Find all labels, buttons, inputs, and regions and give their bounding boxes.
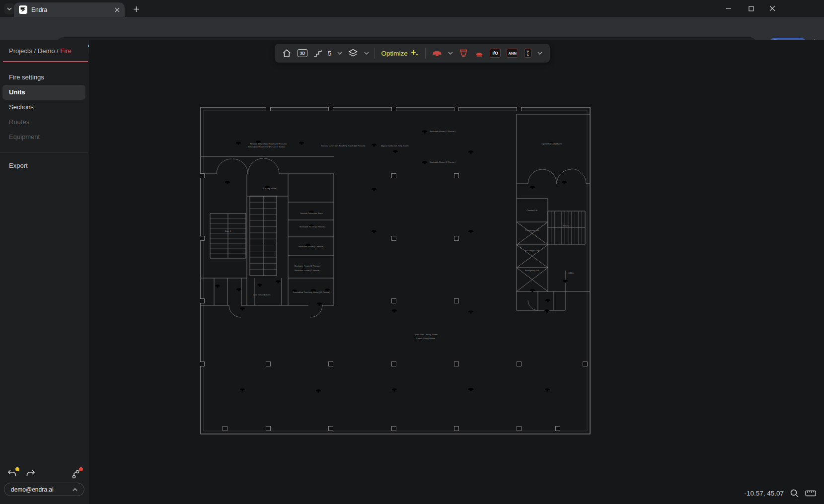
structural-column	[329, 427, 333, 431]
view-3d-button[interactable]: 3D	[298, 49, 308, 57]
detector-chevron-down-icon[interactable]	[448, 52, 453, 55]
room-label: Bookable Room (2 Person)	[300, 225, 325, 228]
structural-column	[200, 236, 205, 241]
smoke-detector-marker[interactable]	[317, 302, 322, 305]
undo-badge	[15, 467, 19, 471]
room-label: Lobby	[568, 272, 574, 274]
chevron-up-icon	[73, 488, 77, 491]
close-icon	[769, 5, 775, 11]
tab-close-icon[interactable]	[115, 7, 120, 12]
room-label: Low Ground Store	[253, 293, 271, 296]
structural-column	[392, 107, 396, 111]
smoke-detector-marker[interactable]	[468, 310, 473, 313]
structural-column	[266, 427, 271, 431]
smoke-detector-marker[interactable]	[257, 284, 262, 287]
layers-button[interactable]	[348, 49, 358, 58]
browser-tab-endra[interactable]: Endra	[14, 2, 125, 17]
smoke-detector-marker[interactable]	[236, 142, 241, 144]
room-label: Open Help (IT) Room	[541, 143, 562, 145]
smoke-detector-marker[interactable]	[563, 280, 568, 283]
smoke-detector-marker[interactable]	[316, 389, 321, 392]
smoke-detector-marker[interactable]	[392, 309, 397, 312]
breadcrumb[interactable]: Projects / Demo / Fire	[0, 40, 88, 55]
smoke-detector-marker[interactable]	[392, 388, 397, 391]
call-point-tool[interactable]	[474, 50, 484, 57]
smoke-detector-marker[interactable]	[372, 144, 376, 146]
smoke-detector-marker[interactable]	[225, 181, 230, 184]
cursor-coordinates: -10.57, 45.07	[744, 490, 784, 497]
structural-column	[454, 174, 459, 178]
smoke-detector-marker[interactable]	[393, 150, 398, 153]
smoke-detector-marker[interactable]	[545, 299, 550, 302]
sidebar-divider	[0, 152, 88, 153]
panel-control-tool[interactable]: P C	[524, 49, 531, 58]
smoke-detector-marker[interactable]	[530, 289, 535, 292]
room-label: Stair 2	[563, 224, 570, 227]
redo-button[interactable]	[26, 469, 36, 478]
room-label: Bookable Room (2 Person)	[430, 161, 455, 163]
measure-ruler-icon[interactable]	[805, 490, 816, 497]
level-value[interactable]: 5	[328, 50, 331, 57]
minimize-icon	[726, 5, 732, 11]
smoke-detector-marker[interactable]	[236, 288, 241, 291]
smoke-detector-marker[interactable]	[422, 161, 427, 164]
smoke-detector-marker[interactable]	[544, 309, 549, 312]
room-label: Bookable Room (2 Person)	[299, 245, 324, 248]
smoke-detector-marker[interactable]	[468, 388, 473, 391]
devices-chevron-down-icon[interactable]	[537, 52, 542, 55]
smoke-detector-marker[interactable]	[215, 285, 220, 288]
breadcrumb-prefix[interactable]: Projects / Demo /	[9, 47, 59, 55]
window-close-button[interactable]	[765, 2, 780, 14]
zoom-tool-icon[interactable]	[790, 489, 799, 498]
room-label: Agaral Collection Help Room	[381, 144, 409, 147]
breadcrumb-active: Fire	[60, 47, 71, 55]
room-label: Passenger Lift	[525, 249, 539, 252]
smoke-detector-marker[interactable]	[299, 142, 304, 144]
home-button[interactable]	[282, 49, 292, 58]
optimize-button[interactable]: Optimize	[381, 49, 419, 58]
floor-plan[interactable]: Flexible Timetabled Room (10 Person)Time…	[200, 107, 591, 434]
status-bar: -10.57, 45.07	[744, 489, 816, 498]
structural-column	[200, 174, 205, 178]
door-swings	[217, 158, 586, 317]
smoke-detector-marker[interactable]	[468, 150, 473, 153]
room-label: Comms Lift	[526, 209, 538, 212]
smoke-detector-marker[interactable]	[372, 230, 376, 233]
smoke-detector-marker[interactable]	[372, 188, 376, 191]
layers-chevron-down-icon[interactable]	[364, 52, 369, 55]
version-branch-button[interactable]	[72, 469, 80, 479]
sidebar-item-fire-settings[interactable]: Fire settings	[2, 70, 85, 85]
sidebar-item-export[interactable]: Export	[0, 162, 88, 169]
annunciator-tool[interactable]: ANN	[507, 49, 519, 58]
structural-column	[392, 427, 396, 431]
sidebar-item-equipment: Equipment	[2, 130, 85, 144]
user-email: demo@endra.ai	[11, 486, 73, 493]
smoke-detector-marker[interactable]	[545, 388, 550, 391]
user-menu[interactable]: demo@endra.ai	[4, 483, 84, 496]
level-chevron-down-icon[interactable]	[337, 52, 342, 55]
window-minimize-button[interactable]	[721, 2, 736, 14]
smoke-detector-marker[interactable]	[562, 181, 567, 184]
smoke-detector-tool[interactable]	[432, 50, 443, 57]
tab-search-button[interactable]	[4, 3, 15, 14]
structural-column	[454, 236, 459, 241]
smoke-detector-marker[interactable]	[422, 130, 427, 133]
room-label: Bookable Room (2 Person)	[430, 130, 455, 133]
sounder-tool[interactable]	[459, 49, 468, 58]
smoke-detector-marker[interactable]	[240, 307, 245, 310]
room-label: Passenger Lift	[525, 229, 539, 231]
room-label: Flexible Timetabled Room (10 Person)	[250, 143, 287, 145]
smoke-detector-marker[interactable]	[240, 388, 245, 391]
sidebar-item-sections[interactable]: Sections	[2, 100, 85, 115]
smoke-detector-marker[interactable]	[468, 230, 473, 233]
sidebar-item-units[interactable]: Units	[2, 85, 85, 100]
window-maximize-button[interactable]	[744, 2, 758, 14]
undo-button[interactable]	[7, 469, 17, 478]
structural-column	[392, 362, 396, 366]
smoke-detector-marker[interactable]	[530, 186, 535, 189]
smoke-detector-marker[interactable]	[276, 280, 281, 283]
new-tab-button[interactable]	[130, 3, 142, 15]
io-module-tool[interactable]: I/O	[490, 49, 501, 58]
structural-column	[200, 362, 205, 366]
room-label: Stair 1	[225, 230, 231, 232]
